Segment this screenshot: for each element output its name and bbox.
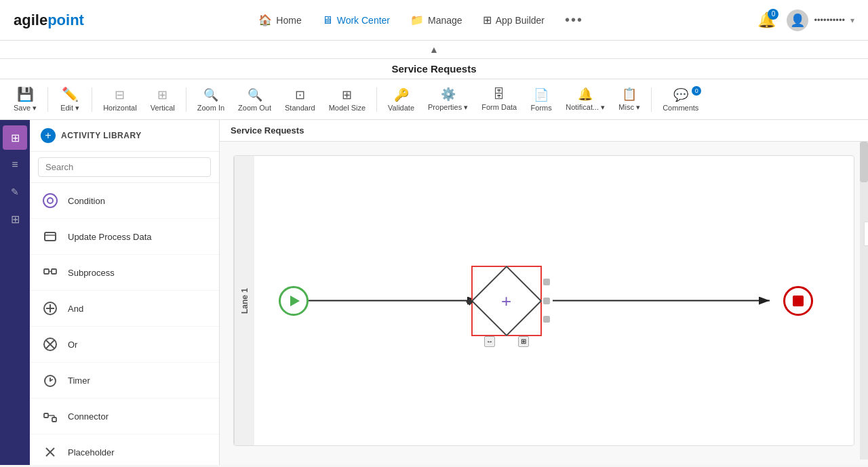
add-activity-button[interactable]: + — [41, 128, 56, 143]
more-button[interactable]: ••• — [565, 12, 583, 28]
left-icon-grid[interactable]: ⊞ — [3, 125, 27, 150]
sidebar-item-update-process-data[interactable]: Update Process Data — [30, 219, 219, 255]
left-icon-bar: ⊞ ≡ ✎ ⊞ — [0, 120, 30, 465]
sidebar-search-area — [30, 152, 219, 183]
plus-icon: + — [501, 291, 511, 311]
standard-icon: ⊡ — [295, 87, 305, 102]
toolbar-separator-5 — [651, 87, 652, 112]
forms-button[interactable]: 📄 Forms — [525, 85, 557, 115]
sidebar-item-placeholder[interactable]: Placeholder — [30, 434, 219, 465]
nav-workcenter[interactable]: 🖥 Work Center — [322, 14, 390, 26]
svg-point-0 — [43, 194, 57, 207]
connector-icon — [41, 407, 60, 426]
canvas-area: Service Requests Lane 1 — [220, 120, 868, 465]
page-title-bar: Service Requests — [0, 59, 868, 79]
zoom-out-icon: 🔍 — [248, 87, 262, 102]
sidebar-item-timer[interactable]: Timer — [30, 363, 219, 399]
left-icon-edit[interactable]: ✎ — [3, 180, 27, 204]
validate-icon: 🔑 — [394, 87, 409, 102]
page-title: Service Requests — [391, 63, 476, 75]
svg-rect-4 — [44, 269, 49, 274]
scrollbar[interactable] — [860, 142, 868, 460]
sidebar-item-and[interactable]: And — [30, 291, 219, 327]
end-node[interactable] — [783, 286, 813, 316]
avatar: 👤 — [787, 9, 808, 31]
forms-icon: 📄 — [534, 87, 549, 102]
horizontal-button[interactable]: ⊟ Horizontal — [98, 85, 142, 115]
svg-rect-2 — [45, 232, 56, 241]
properties-icon: ⚙️ — [441, 87, 456, 102]
left-icon-table[interactable]: ⊞ — [3, 207, 27, 231]
handle-dot-3[interactable] — [543, 316, 550, 323]
nav-links: 🏠 Home 🖥 Work Center 📁 Manage ⊞ App Buil… — [258, 12, 583, 28]
handle-dot-1[interactable] — [543, 279, 550, 285]
toolbar-separator-3 — [186, 87, 186, 112]
bottom-handle-left[interactable]: ↔ — [484, 336, 495, 347]
handle-dot-2[interactable] — [543, 298, 550, 304]
save-icon: 💾 — [17, 86, 34, 102]
scrollbar-thumb[interactable] — [860, 142, 868, 182]
home-icon: 🏠 — [258, 14, 272, 26]
start-node[interactable] — [279, 286, 309, 316]
nav-right: 🔔 0 👤 •••••••••• ▾ — [757, 9, 854, 31]
chevron-down-icon: ▾ — [850, 16, 854, 25]
vertical-button[interactable]: ⊞ Vertical — [145, 85, 180, 115]
sidebar-items-list: Condition Update Process Data Subprocess — [30, 183, 219, 465]
timer-icon — [41, 371, 60, 390]
notifications-button[interactable]: 🔔 Notificat... — [560, 84, 610, 115]
standard-button[interactable]: ⊡ Standard — [279, 85, 321, 115]
misc-button[interactable]: 📋 Misc — [613, 84, 646, 115]
svg-point-1 — [47, 198, 53, 203]
notifications-icon: 🔔 — [578, 87, 593, 102]
nav-manage[interactable]: 📁 Manage — [410, 14, 462, 26]
edit-icon: ✏️ — [62, 86, 79, 102]
sidebar-item-connector[interactable]: Connector — [30, 399, 219, 434]
left-icon-list[interactable]: ≡ — [3, 153, 27, 177]
process-node[interactable]: + ◆ — [471, 266, 542, 336]
arrow-pointer: ◆ — [466, 296, 473, 306]
canvas-header: Service Requests — [220, 120, 868, 142]
notification-button[interactable]: 🔔 0 — [757, 12, 776, 29]
canvas-content[interactable]: Lane 1 — [220, 142, 868, 460]
zoom-out-button[interactable]: 🔍 Zoom Out — [233, 85, 277, 115]
bottom-handle-right[interactable]: ⊞ — [518, 336, 529, 347]
misc-icon: 📋 — [622, 87, 637, 102]
properties-button[interactable]: ⚙️ Properties — [422, 84, 473, 115]
subprocess-icon — [41, 263, 60, 282]
condition-icon — [41, 191, 60, 210]
stop-icon — [793, 296, 804, 306]
model-size-icon: ⊞ — [342, 87, 352, 102]
lane-label: Lane 1 — [234, 156, 254, 445]
logo-text: agilepoint — [14, 12, 84, 29]
search-input[interactable] — [38, 157, 211, 177]
username-label: •••••••••• — [814, 15, 845, 25]
toolbar-separator-1 — [47, 87, 48, 112]
user-area[interactable]: 👤 •••••••••• ▾ — [787, 9, 854, 31]
save-button[interactable]: 💾 Save — [8, 83, 42, 115]
and-icon — [41, 299, 60, 318]
nav-appbuilder[interactable]: ⊞ App Builder — [483, 14, 545, 26]
play-icon — [290, 296, 300, 306]
sidebar-item-condition[interactable]: Condition — [30, 183, 219, 219]
model-size-button[interactable]: ⊞ Model Size — [323, 85, 371, 115]
nav-home[interactable]: 🏠 Home — [258, 14, 301, 26]
horizontal-icon: ⊟ — [115, 87, 125, 102]
toolbar-separator-2 — [92, 87, 92, 112]
form-data-button[interactable]: 🗄 Form Data — [476, 85, 522, 114]
sidebar-item-subprocess[interactable]: Subprocess — [30, 255, 219, 291]
vertical-icon: ⊞ — [157, 87, 167, 102]
sidebar-item-or[interactable]: Or — [30, 327, 219, 363]
edit-button[interactable]: ✏️ Edit — [54, 83, 86, 115]
activity-library-title: ACTIVITY LIBRARY — [61, 131, 142, 140]
collapse-bar[interactable]: ▲ — [0, 41, 868, 59]
zoom-in-button[interactable]: 🔍 Zoom In — [192, 85, 230, 115]
update-process-data-icon — [41, 227, 60, 246]
comments-button[interactable]: 💬 Comments 0 — [657, 85, 704, 115]
diamond-inner: + — [501, 292, 511, 310]
lane-content[interactable]: + ◆ — [254, 156, 854, 445]
zoom-in-icon: 🔍 — [203, 87, 218, 102]
notification-badge: 0 — [768, 9, 778, 20]
validate-button[interactable]: 🔑 Validate — [382, 85, 420, 115]
svg-rect-16 — [44, 413, 48, 418]
form-data-icon: 🗄 — [493, 87, 505, 102]
